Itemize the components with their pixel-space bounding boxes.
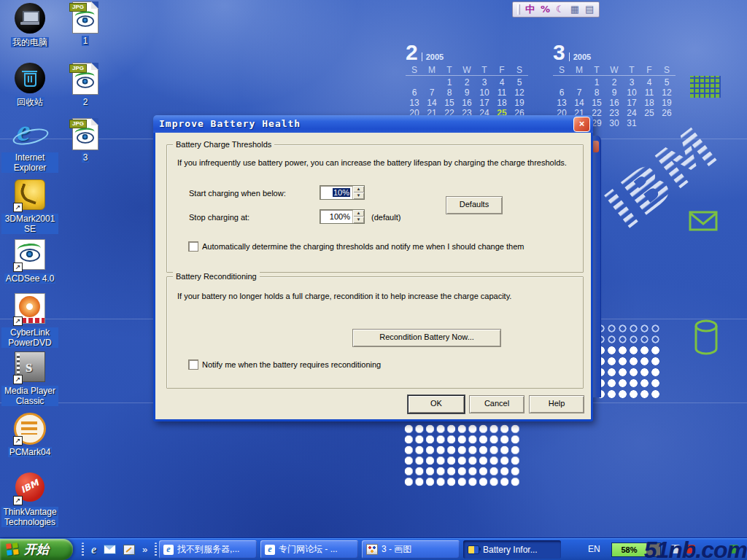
recondition-battery-button[interactable]: Recondition Battery Now...	[352, 329, 501, 347]
taskbar-task[interactable]: Battery Infor...	[463, 540, 561, 559]
ie-quicklaunch-icon[interactable]: e	[91, 544, 96, 556]
desktop-icon-pcmark04[interactable]: ↗ PCMark04	[1, 413, 58, 458]
calendar-day: 25	[640, 108, 658, 118]
spin-down-icon[interactable]: ▼	[353, 217, 364, 223]
notify-recondition-checkbox[interactable]	[188, 359, 198, 370]
desktop-icon-3dmark2001[interactable]: ↗ 3DMark2001 SE	[1, 179, 58, 235]
jpg-badge: JPG	[69, 64, 87, 73]
calendar-day: 11	[640, 88, 658, 98]
desktop-icon-media-player-classic[interactable]: ↗ Media Player Classic	[1, 351, 58, 407]
ok-button[interactable]: OK	[408, 395, 465, 413]
calendar-day: 5	[658, 77, 676, 88]
jpg-file-icon: JPG	[72, 63, 98, 95]
jpg-badge: JPG	[69, 120, 87, 128]
desktop-icon-thinkvantage[interactable]: ↗ ThinkVantage Technologies	[1, 472, 58, 528]
notify-recondition-checkbox-label: Notify me when the battery requires reco…	[202, 360, 574, 369]
calendar-day: 7	[570, 88, 588, 98]
shortcut-arrow-icon: ↗	[13, 375, 23, 384]
calendar-day: 24	[623, 108, 640, 118]
desktop-icon-jpg-1[interactable]: JPG 1	[63, 1, 108, 47]
calendar-day: 9	[458, 88, 476, 98]
start-charging-spinner[interactable]: 10% ▲▼	[320, 185, 365, 200]
calendar-day: 26	[658, 108, 676, 118]
soft-keyboard-icon[interactable]: ▦	[570, 4, 579, 15]
ime-chinese-icon[interactable]: 中	[525, 4, 535, 15]
calendar-day: 16	[458, 98, 476, 108]
calendar-day: 19	[658, 98, 676, 108]
dialog-title: Improve Battery Health	[159, 116, 573, 132]
language-bar-grip[interactable]	[517, 4, 520, 15]
calendar-day-header: M	[570, 65, 588, 76]
desktop-icon-internet-explorer[interactable]: e Internet Explorer	[1, 118, 58, 174]
close-button[interactable]: ×	[573, 117, 590, 132]
calendar-day: 13	[406, 98, 423, 108]
desktop-icon-acdsee[interactable]: ↗ ACDSee 4.0	[1, 239, 58, 284]
icon-label: Internet Explorer	[1, 152, 58, 173]
icon-label: 3	[82, 152, 90, 163]
calendar-day: 11	[493, 88, 511, 98]
spin-down-icon[interactable]: ▼	[353, 192, 364, 199]
icon-label: PCMark04	[8, 447, 53, 457]
quick-launch-handle[interactable]	[82, 542, 84, 557]
desktop-icon-recycle-bin[interactable]: 回收站	[1, 63, 58, 108]
taskbar-task[interactable]: 专门网论坛 - ...	[260, 540, 358, 559]
calendar-day-header: S	[511, 65, 528, 76]
ime-fullwidth-icon[interactable]: %	[541, 4, 550, 15]
taskband-handle[interactable]	[155, 542, 157, 557]
stop-charging-spinner[interactable]: 100% ▲▼	[320, 209, 365, 224]
calendar-day: 16	[605, 98, 623, 108]
cancel-button[interactable]: Cancel	[469, 395, 525, 413]
database-cylinder-icon	[693, 319, 719, 356]
calendar-year: 2005	[422, 52, 444, 61]
calendar-day: 8	[441, 88, 458, 98]
language-indicator[interactable]: EN	[588, 544, 600, 554]
dialog-titlebar[interactable]: Improve Battery Health ×	[153, 115, 593, 133]
stop-charging-value[interactable]: 100%	[320, 210, 352, 223]
desktop-icon-jpg-2[interactable]: JPG 2	[63, 63, 108, 108]
group-title: Battery Reconditioning	[173, 272, 260, 281]
start-charging-value[interactable]: 10%	[333, 188, 350, 197]
spin-up-icon[interactable]: ▲	[353, 210, 364, 217]
auto-determine-checkbox[interactable]	[188, 241, 198, 252]
calendar-day: 3	[476, 77, 493, 88]
calendar-day: 13	[553, 98, 570, 108]
icon-label: ACDSee 4.0	[4, 273, 56, 284]
jpg-file-icon: JPG	[72, 1, 98, 34]
auto-determine-checkbox-label: Automatically determine the charging thr…	[202, 242, 574, 251]
shortcut-arrow-icon: ↗	[13, 436, 23, 446]
calendar-day: 6	[553, 88, 570, 98]
calendar-day: 9	[605, 88, 623, 98]
calendar-day: 5	[511, 77, 528, 88]
icon-label: Media Player Classic	[1, 386, 58, 406]
taskbar-task[interactable]: 找不到服务器,...	[159, 540, 257, 559]
taskbar-task-label: 3 - 画图	[382, 543, 411, 556]
calendar-day	[640, 118, 658, 128]
ime-menu-icon[interactable]: ▤	[585, 4, 594, 15]
calendar-day	[553, 77, 570, 88]
help-button[interactable]: Help	[529, 395, 584, 413]
calendar-day: 17	[476, 98, 493, 108]
desktop-icon-jpg-3[interactable]: JPG 3	[63, 118, 108, 163]
language-bar[interactable]: 中%☾▦▤	[512, 1, 600, 18]
outlook-express-icon[interactable]	[104, 545, 116, 554]
desktop-icon-powerdvd[interactable]: ↗ CyberLink PowerDVD	[1, 293, 58, 349]
calendar-day: 8	[588, 88, 605, 98]
quick-launch-chevron-icon[interactable]: »	[142, 544, 147, 555]
group-description: If you infrequently use battery power, y…	[177, 158, 575, 167]
taskbar: 开始 e » 找不到服务器,...专门网论坛 - ...3 - 画图Batter…	[0, 537, 747, 560]
show-desktop-icon[interactable]	[123, 545, 135, 555]
calendar-day: 10	[623, 88, 640, 98]
jpg-file-icon: JPG	[72, 118, 98, 150]
spin-up-icon[interactable]: ▲	[353, 186, 364, 192]
ime-punctuation-icon[interactable]: ☾	[556, 4, 565, 15]
wallpaper-grid-icon	[690, 76, 721, 98]
battery-icon	[468, 545, 479, 554]
desktop-icon-my-computer[interactable]: 我的电脑	[1, 3, 58, 48]
calendar-day: 18	[493, 98, 511, 108]
calendar-month: 2	[406, 42, 418, 63]
calendar-day: 30	[605, 118, 623, 128]
defaults-button[interactable]: Defaults	[446, 196, 503, 214]
taskbar-task[interactable]: 3 - 画图	[362, 540, 460, 559]
background-window-close-icon	[592, 141, 599, 152]
start-button[interactable]: 开始	[0, 539, 73, 560]
